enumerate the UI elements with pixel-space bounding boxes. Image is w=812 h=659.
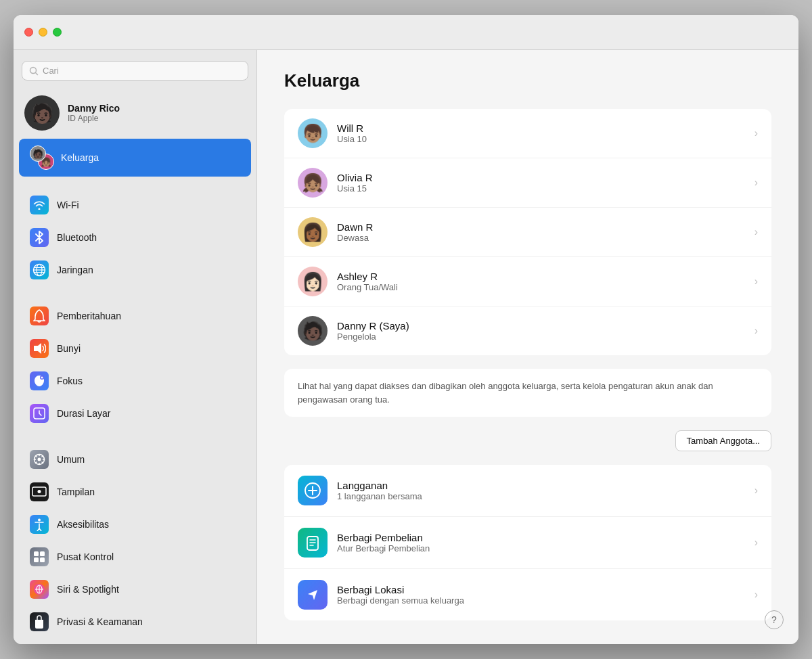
general-icon <box>30 450 49 469</box>
sidebar-item-control[interactable]: Pusat Kontrol <box>19 541 251 572</box>
wifi-label: Wi-Fi <box>57 200 79 210</box>
sound-icon <box>30 339 49 358</box>
info-text: Lihat hal yang dapat diakses dan dibagik… <box>284 369 771 417</box>
sidebar-item-display[interactable]: Tampilan <box>19 476 251 507</box>
member-row-will[interactable]: 👦🏽 Will R Usia 10 › <box>284 109 771 158</box>
sidebar-item-accessibility[interactable]: Aksesibilitas <box>19 509 251 540</box>
sound-label: Bunyi <box>57 343 81 354</box>
sidebar-section-settings: Pemberitahuan Bunyi <box>14 297 256 432</box>
siri-icon <box>30 580 49 599</box>
add-button-row: Tambah Anggota... <box>284 430 771 451</box>
sidebar-item-siri[interactable]: Siri & Spotlight <box>19 574 251 605</box>
add-member-button[interactable]: Tambah Anggota... <box>675 430 771 451</box>
general-label: Umum <box>57 454 85 465</box>
member-role-danny: Pengelola <box>337 332 745 342</box>
sidebar-item-sound[interactable]: Bunyi <box>19 333 251 364</box>
maximize-button[interactable] <box>53 28 62 37</box>
member-row-olivia[interactable]: 👧🏽 Olivia R Usia 15 › <box>284 158 771 208</box>
member-role-will: Usia 10 <box>337 134 745 144</box>
member-avatar-dawn: 👩🏾 <box>298 217 328 247</box>
service-sub-berbagi: Atur Berbagi Pembelian <box>337 543 745 553</box>
sidebar-item-desktop[interactable]: Desktop & Dock <box>19 639 251 644</box>
chevron-lokasi: › <box>754 589 758 601</box>
chevron-danny: › <box>754 325 758 337</box>
screen-time-icon <box>30 404 49 423</box>
display-icon <box>30 482 49 501</box>
svg-rect-19 <box>40 558 45 562</box>
display-label: Tampilan <box>57 486 95 497</box>
search-bar[interactable]: Cari <box>22 61 248 81</box>
svg-marker-7 <box>34 343 41 354</box>
chevron-will: › <box>754 127 758 139</box>
sidebar-item-network[interactable]: Jaringan <box>19 254 251 286</box>
main-window: Cari 🧑🏿 Danny Rico ID Apple 🧑🏿 👧🏽 Keluar… <box>14 15 798 644</box>
svg-rect-30 <box>307 537 318 550</box>
svg-rect-16 <box>34 551 39 556</box>
keluarga-avatar-group: 🧑🏿 👧🏽 <box>30 145 54 170</box>
notif-label: Pemberitahuan <box>57 311 121 321</box>
privacy-icon <box>30 612 49 631</box>
member-role-ashley: Orang Tua/Wali <box>337 282 745 292</box>
control-center-label: Pusat Kontrol <box>57 551 114 562</box>
services-card: Langganan 1 langganan bersama › Berbagi … <box>284 465 771 620</box>
chevron-ashley: › <box>754 275 758 288</box>
member-role-olivia: Usia 15 <box>337 183 745 194</box>
service-sub-lokasi: Berbagi dengan semua keluarga <box>337 595 745 606</box>
member-name-olivia: Olivia R <box>337 172 745 183</box>
sidebar-item-notif[interactable]: Pemberitahuan <box>19 300 251 332</box>
keluarga-avatar-1: 🧑🏿 <box>30 145 46 162</box>
accessibility-label: Aksesibilitas <box>57 519 109 530</box>
sidebar-item-screen-time[interactable]: Durasi Layar <box>19 398 251 429</box>
member-avatar-danny: 🧑🏿 <box>298 316 328 346</box>
member-row-ashley[interactable]: 👩🏻 Ashley R Orang Tua/Wali › <box>284 257 771 306</box>
member-avatar-will: 👦🏽 <box>298 118 328 148</box>
wifi-icon <box>30 196 49 214</box>
focus-icon <box>30 371 49 390</box>
service-row-berbagi[interactable]: Berbagi Pembelian Atur Berbagi Pembelian… <box>284 517 771 569</box>
member-row-dawn[interactable]: 👩🏾 Dawn R Dewasa › <box>284 208 771 257</box>
minimize-button[interactable] <box>39 28 47 37</box>
member-row-danny[interactable]: 🧑🏿 Danny R (Saya) Pengelola › <box>284 306 771 355</box>
service-info-lokasi: Berbagi Lokasi Berbagi dengan semua kelu… <box>337 584 745 606</box>
keluarga-label: Keluarga <box>61 152 99 163</box>
member-name-ashley: Ashley R <box>337 271 745 282</box>
members-card: 👦🏽 Will R Usia 10 › 👧🏽 Olivia R Usia 15 … <box>284 109 771 355</box>
network-label: Jaringan <box>57 265 93 275</box>
member-info-danny: Danny R (Saya) Pengelola <box>337 320 745 342</box>
control-center-icon <box>30 547 49 566</box>
member-info-ashley: Ashley R Orang Tua/Wali <box>337 271 745 292</box>
member-role-dawn: Dewasa <box>337 233 745 243</box>
sidebar-item-focus[interactable]: Fokus <box>19 365 251 396</box>
sidebar-item-bluetooth[interactable]: Bluetooth <box>19 222 251 253</box>
main-content: Keluarga 👦🏽 Will R Usia 10 › 👧🏽 Olivia R… <box>257 15 798 644</box>
langganan-icon <box>298 476 328 505</box>
avatar: 🧑🏿 <box>24 95 60 131</box>
member-name-will: Will R <box>337 122 745 134</box>
sidebar-item-wifi[interactable]: Wi-Fi <box>19 189 251 221</box>
chevron-dawn: › <box>754 226 758 238</box>
traffic-lights <box>24 28 62 37</box>
member-avatar-ashley: 👩🏻 <box>298 267 328 296</box>
close-button[interactable] <box>24 28 33 37</box>
sidebar-item-privacy[interactable]: Privasi & Keamanan <box>19 606 251 637</box>
focus-label: Fokus <box>57 376 83 386</box>
siri-label: Siri & Spotlight <box>57 584 119 595</box>
member-name-danny: Danny R (Saya) <box>337 320 745 332</box>
page-title: Keluarga <box>284 70 771 91</box>
sidebar-item-keluarga[interactable]: 🧑🏿 👧🏽 Keluarga <box>19 139 251 177</box>
service-row-lokasi[interactable]: Berbagi Lokasi Berbagi dengan semua kelu… <box>284 569 771 620</box>
help-button[interactable]: ? <box>765 610 784 629</box>
sidebar-section-general: Umum Tampilan <box>14 440 256 644</box>
svg-rect-17 <box>40 551 45 556</box>
svg-rect-18 <box>34 558 39 562</box>
member-name-dawn: Dawn R <box>337 221 745 233</box>
berbagi-icon <box>298 528 328 558</box>
main-inner: Keluarga 👦🏽 Will R Usia 10 › 👧🏽 Olivia R… <box>257 50 798 644</box>
sidebar-item-general[interactable]: Umum <box>19 444 251 475</box>
service-row-langganan[interactable]: Langganan 1 langganan bersama › <box>284 465 771 517</box>
service-info-langganan: Langganan 1 langganan bersama <box>337 480 745 501</box>
service-info-berbagi: Berbagi Pembelian Atur Berbagi Pembelian <box>337 532 745 553</box>
member-info-will: Will R Usia 10 <box>337 122 745 144</box>
user-profile[interactable]: 🧑🏿 Danny Rico ID Apple <box>14 89 256 137</box>
member-info-dawn: Dawn R Dewasa <box>337 221 745 243</box>
